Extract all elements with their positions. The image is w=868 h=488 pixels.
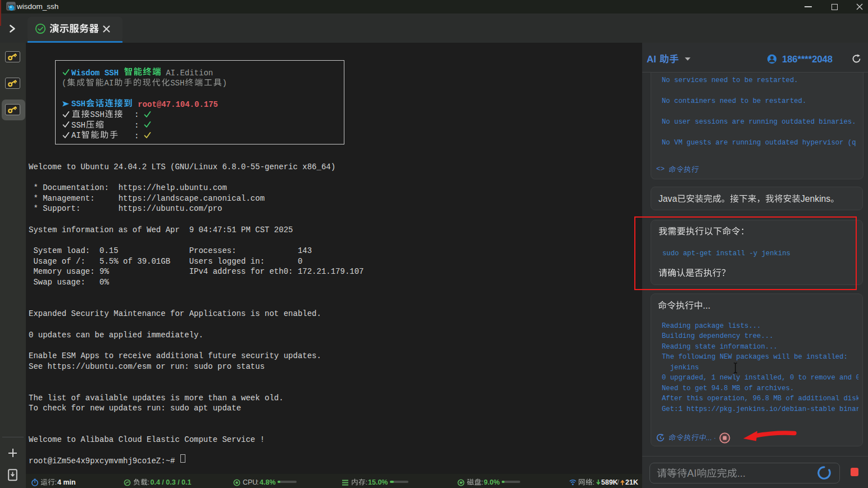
svg-text:SSH: SSH xyxy=(170,79,184,88)
svg-text:·: · xyxy=(714,433,716,442)
svg-text:AI: AI xyxy=(104,79,114,88)
svg-text:...: ... xyxy=(703,301,710,310)
svg-text:Java: Java xyxy=(658,194,677,204)
svg-text:(: ( xyxy=(62,79,66,88)
svg-text:SSH: SSH xyxy=(71,121,85,130)
svg-text:SSH: SSH xyxy=(71,100,85,109)
svg-text:...: ... xyxy=(706,433,712,442)
svg-text:Jenkins: Jenkins xyxy=(801,194,830,204)
svg-text:AI: AI xyxy=(647,54,656,65)
svg-text:AI: AI xyxy=(687,468,697,479)
svg-text:SSH: SSH xyxy=(90,110,104,119)
svg-text:AI: AI xyxy=(71,131,81,140)
svg-text:): ) xyxy=(222,79,227,88)
svg-text:...: ... xyxy=(737,468,746,479)
